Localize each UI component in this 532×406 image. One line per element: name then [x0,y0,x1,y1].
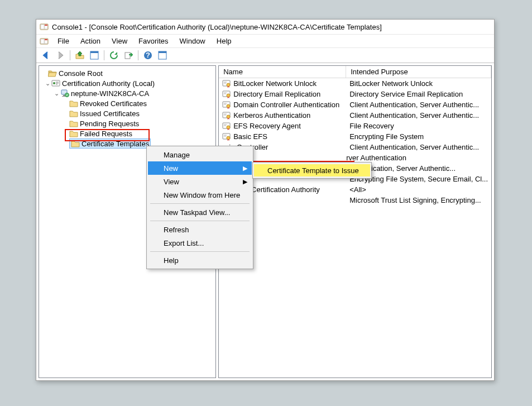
expand-toggle-icon[interactable]: ⌄ [44,79,51,87]
expand-toggle-icon[interactable]: ⌄ [52,89,60,97]
show-hide-tree-button[interactable] [88,49,101,61]
context-menu-item[interactable]: Manage [148,148,252,161]
export-list-button[interactable] [122,49,135,61]
context-submenu: Certificate Template to Issue [252,162,372,179]
tree-label: Revoked Certificates [80,99,147,108]
certificate-template-icon [222,111,231,120]
tree-label: Console Root [59,69,103,78]
tree-node-console-root[interactable]: Console Root [40,68,214,78]
menu-file[interactable]: File [52,36,75,46]
mmc-icon [40,22,49,31]
tree-label: neptune-WIN2K8CA-CA [71,89,149,98]
cell-intended-purpose: <All> [346,185,491,194]
list-row[interactable]: BitLocker Network UnlockBitLocker Networ… [219,78,491,89]
list-row[interactable]: ministratorMicrosoft Trust List Signing,… [219,195,491,206]
context-menu-item-label: View [164,178,179,186]
cell-name: Basic EFS [233,132,267,141]
menu-window[interactable]: Window [174,36,211,46]
folder-icon [48,69,57,78]
tree-node-ca-local[interactable]: ⌄ Certification Authority (Local) [40,78,214,88]
column-header-intended-purpose[interactable]: Intended Purpose [346,66,491,78]
context-menu-item[interactable]: Export List... [148,236,252,250]
refresh-button[interactable] [107,49,121,61]
list-row[interactable]: Kerberos AuthenticationClient Authentica… [219,110,491,121]
certificate-template-icon [222,101,231,109]
menu-action[interactable]: Action [75,36,106,46]
folder-icon [69,99,78,108]
list-body: BitLocker Network UnlockBitLocker Networ… [219,78,491,378]
tree-node-revoked-certificates[interactable]: Revoked Certificates [40,98,214,108]
certificate-template-icon [222,122,231,131]
context-menu-item[interactable]: Refresh [148,223,252,236]
mmc-window: Console1 - [Console Root\Certification A… [36,19,495,381]
cell-name: BitLocker Network Unlock [233,79,317,88]
help-button[interactable] [141,49,155,61]
tree-node-failed-requests[interactable]: Failed Requests [40,128,214,138]
cell-name: Directory Email Replication [233,90,320,98]
context-menu-item[interactable]: Help [148,254,252,267]
context-menu-item-label: New Taskpad View... [164,208,230,217]
context-menu-item-label: Help [164,256,179,265]
list-row[interactable]: EFS Recovery AgentFile Recovery [219,121,491,131]
tree-label: Certification Authority (Local) [62,79,155,88]
certificate-template-icon [222,132,231,141]
list-row[interactable]: main ControllerClient Authentication, Se… [219,142,491,152]
submenu-item-certificate-template-to-issue[interactable]: Certificate Template to Issue [254,164,370,176]
context-menu-item[interactable]: View▶ [148,175,252,188]
context-menu-separator [150,203,250,204]
context-menu-separator [150,221,250,221]
context-menu-item-label: Export List... [164,239,204,247]
cell-name: Domain Controller Authentication [233,101,339,109]
ca-server-icon [60,89,69,98]
submenu-arrow-icon: ▶ [243,165,247,172]
list-row[interactable]: bordinate Certification Authority<All> [219,184,491,195]
tree-node-pending-requests[interactable]: Pending Requests [40,118,214,128]
tree-node-ca-server[interactable]: ⌄ neptune-WIN2K8CA-CA [40,88,214,98]
context-menu-item[interactable]: New Window from Here [148,188,252,202]
context-menu-item-label: New [164,164,178,173]
window-title: Console1 - [Console Root\Certification A… [52,23,382,31]
context-menu-item-label: New Window from Here [164,191,240,199]
cell-intended-purpose: rver Authentication [346,154,491,162]
cell-intended-purpose: Microsoft Trust List Signing, Encrypting… [346,196,491,204]
tree-node-issued-certificates[interactable]: Issued Certificates [40,108,214,118]
list-row[interactable]: Basic EFSEncrypting File System [219,131,491,142]
menu-help[interactable]: Help [211,36,237,46]
cell-intended-purpose: Client Authentication, Server Authentic.… [346,101,491,109]
folder-icon [69,119,78,128]
cell-name: Kerberos Authentication [233,111,310,120]
cell-intended-purpose: Directory Service Email Replication [346,90,491,98]
context-menu-item[interactable]: New Taskpad View... [148,206,252,219]
context-menu: ManageNew▶View▶New Window from HereNew T… [146,146,253,269]
back-button[interactable] [39,49,52,61]
column-header-name[interactable]: Name [219,66,346,78]
menu-view[interactable]: View [106,36,133,46]
show-hide-actions-button[interactable] [156,49,169,61]
cell-intended-purpose: Encrypting File System [346,132,491,141]
panes: Console Root ⌄ Certification Authority (… [36,63,494,380]
list-row[interactable]: Domain Controller AuthenticationClient A… [219,99,491,110]
folder-icon [69,109,78,118]
folder-icon [71,139,80,148]
titlebar: Console1 - [Console Root\Certification A… [36,20,494,34]
forward-button[interactable] [54,49,67,61]
toolbar [36,47,494,63]
list-row[interactable]: Directory Email ReplicationDirectory Ser… [219,89,491,99]
certificate-template-icon [222,90,231,99]
toolbar-sep [138,50,138,60]
results-list-pane: Name Intended Purpose BitLocker Network … [218,65,492,378]
menubar: File Action View Favorites Window Help [36,34,494,47]
toolbar-sep [70,50,70,60]
certificate-template-icon [222,79,231,88]
menu-favorites[interactable]: Favorites [133,36,174,46]
context-menu-separator [150,251,250,252]
context-menu-item[interactable]: New▶ [148,161,252,175]
tree-label: Issued Certificates [80,109,140,118]
cell-intended-purpose: Client Authentication, Server Authentic.… [346,111,491,120]
up-one-level-button[interactable] [73,49,87,61]
submenu-arrow-icon: ▶ [243,178,247,185]
toolbar-sep [104,50,104,60]
folder-icon [69,129,78,138]
ca-icon [51,79,60,88]
system-menu-icon[interactable] [40,37,49,46]
